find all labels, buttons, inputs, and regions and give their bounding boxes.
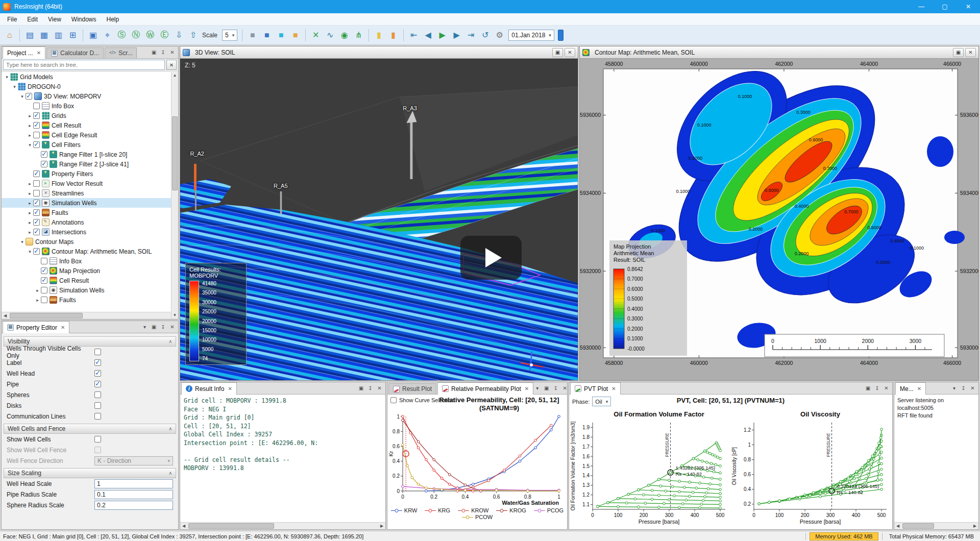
view-west-icon[interactable]: Ⓦ	[143, 28, 157, 42]
tree-checkbox[interactable]	[41, 258, 47, 264]
tree-item-info-box[interactable]: Info Box	[2, 101, 178, 111]
tree-item-faults[interactable]: ▸Faults	[2, 295, 178, 305]
snapshot-icon[interactable]: ▣	[86, 28, 100, 42]
menu-help[interactable]: Help	[102, 14, 125, 24]
float-icon[interactable]: ▣	[357, 384, 365, 392]
tree-item-intersections[interactable]: ▸Intersections	[2, 227, 178, 237]
expander-closed-icon[interactable]: ▸	[27, 181, 33, 186]
chevron-down-icon[interactable]: ▾	[141, 323, 149, 331]
close-icon[interactable]: ✕	[965, 48, 976, 57]
tree-item-cell-result[interactable]: Cell Result	[2, 276, 178, 285]
tree-horizontal-scrollbar[interactable]: ◀▶	[2, 312, 178, 319]
tree-checkbox[interactable]	[33, 200, 40, 206]
tree-item-flow-vector-result[interactable]: ▸Flow Vector Result	[2, 179, 178, 188]
contour-map-header[interactable]: Contour Map: Arithmetic Mean, SOIL ▣ ✕	[580, 46, 978, 59]
tree-item-annotations[interactable]: ▸Annotations	[2, 217, 178, 227]
zoom-all-icon[interactable]: ⌖	[101, 28, 114, 42]
checkbox-pipe[interactable]	[94, 381, 101, 387]
legend-orange-icon[interactable]: ▮	[386, 28, 400, 42]
tree-checkbox[interactable]	[26, 93, 32, 100]
expander-closed-icon[interactable]: ▸	[27, 220, 33, 225]
anim-play-icon[interactable]: ▶	[435, 28, 449, 42]
restore-icon[interactable]: ▣	[953, 48, 964, 57]
close-button[interactable]: ✕	[957, 0, 980, 13]
expander-closed-icon[interactable]: ▸	[27, 201, 33, 206]
menu-file[interactable]: File	[2, 14, 22, 24]
tree-checkbox[interactable]	[33, 209, 40, 216]
tree-checkbox[interactable]	[33, 229, 40, 235]
expander-closed-icon[interactable]: ▸	[34, 288, 41, 293]
tree-checkbox[interactable]	[41, 161, 47, 167]
expander-closed-icon[interactable]: ▸	[27, 133, 33, 138]
phase-combo[interactable]: Oil▾	[592, 397, 611, 406]
maximize-button[interactable]: ▢	[933, 0, 957, 13]
contour-map-content[interactable]: 4580004580004600004600004620004620004640…	[580, 59, 978, 380]
tree-item-info-box[interactable]: Info Box	[2, 256, 178, 266]
plot-main-window-icon[interactable]: ▤	[23, 28, 37, 42]
expander-closed-icon[interactable]: ▸	[34, 298, 41, 303]
tab-property-editor[interactable]: Property Editor✕	[3, 321, 69, 333]
expander-closed-icon[interactable]: ▸	[27, 191, 33, 196]
tree-item-grids[interactable]: ▸Grids	[2, 111, 178, 120]
expander-open-icon[interactable]: ▾	[11, 84, 18, 89]
minimize-button[interactable]: —	[910, 0, 933, 13]
tab-close-icon[interactable]: ✕	[611, 386, 616, 391]
cube-gray-icon[interactable]: ■	[246, 28, 259, 42]
anim-skip-end-icon[interactable]: ⇥	[464, 28, 478, 42]
sim-wells-icon[interactable]: ✕	[309, 28, 323, 42]
legend-item-krog[interactable]: KROG	[496, 507, 526, 513]
view3d-header[interactable]: 3D View: SOIL ▣ ✕	[180, 46, 578, 59]
expander-open-icon[interactable]: ▾	[27, 249, 33, 254]
anim-step-back-icon[interactable]: ◀	[421, 28, 435, 42]
legend-item-krow[interactable]: KROW	[458, 507, 488, 513]
section-well-cells-and-fence[interactable]: Well Cells and Fence∧	[4, 424, 176, 434]
close-icon[interactable]: ✕	[561, 384, 568, 392]
select-well-fence-direction[interactable]: K - Direction▾	[94, 456, 173, 465]
tree-checkbox[interactable]	[41, 151, 47, 158]
input-sphere-radius-scale[interactable]: 0.2	[94, 501, 173, 510]
tree-item-range-filter-2-j-slice-41[interactable]: Range Filter 2 [J-slice 41]	[2, 159, 178, 169]
close-icon[interactable]: ✕	[376, 384, 383, 392]
fishbones-icon[interactable]: ⋔	[352, 28, 365, 42]
cube-cyan-icon[interactable]: ■	[274, 28, 288, 42]
view-window-icon[interactable]: ▦	[37, 28, 51, 42]
tree-item-contour-map-arithmetic-mean-soil[interactable]: ▾Contour Map: Arithmetic Mean, SOIL	[2, 247, 178, 256]
float-icon[interactable]: ▣	[543, 384, 550, 392]
pin-icon[interactable]: ↧	[366, 384, 374, 392]
well-disks-icon[interactable]: ◉	[337, 28, 351, 42]
checkbox-wells-through-visible-cells-only[interactable]	[94, 349, 101, 355]
tree-item-streamlines[interactable]: ▸Streamlines	[2, 188, 178, 198]
cube-active-icon[interactable]: ■	[288, 28, 302, 42]
legend-item-krg[interactable]: KRG	[425, 507, 450, 513]
well-path-icon[interactable]: ∿	[323, 28, 337, 42]
checkbox-communication-lines[interactable]	[94, 413, 101, 420]
expander-open-icon[interactable]: ▾	[19, 239, 26, 244]
tree-checkbox[interactable]	[33, 112, 40, 119]
pin-icon[interactable]: ↧	[159, 48, 167, 56]
tree-item-range-filter-1-i-slice-20[interactable]: Range Filter 1 [I-slice 20]	[2, 150, 178, 159]
search-clear-button[interactable]: ✕	[166, 60, 177, 70]
pin-icon[interactable]: ↧	[873, 384, 881, 392]
expander-closed-icon[interactable]: ▸	[27, 113, 33, 118]
close-icon[interactable]: ✕	[565, 48, 575, 57]
checkbox-spheres[interactable]	[94, 391, 101, 398]
section-size-scaling[interactable]: Size Scaling∧	[4, 468, 176, 478]
tab-scripts[interactable]: Scr...	[105, 47, 137, 58]
expander-open-icon[interactable]: ▾	[27, 142, 33, 147]
tree-item-grid-models[interactable]: ▾Grid Models	[2, 72, 178, 82]
checkbox-label[interactable]	[94, 359, 101, 366]
open-project-icon[interactable]: ⌂	[3, 28, 16, 42]
float-icon[interactable]: ▣	[150, 323, 158, 331]
legend-item-krw[interactable]: KRW	[391, 507, 417, 513]
tree-checkbox[interactable]	[41, 297, 47, 303]
anim-skip-start-icon[interactable]: ⇤	[407, 28, 421, 42]
result-info-scrollbar[interactable]: ◀▶	[180, 522, 385, 529]
tree-item-3d-view-mobporv[interactable]: ▾3D View: MOBPORV	[2, 91, 178, 101]
tree-checkbox[interactable]	[41, 267, 47, 274]
tree-item-faults[interactable]: ▸Faults	[2, 208, 178, 217]
float-icon[interactable]: ▣	[864, 384, 872, 392]
tree-checkbox[interactable]	[33, 190, 40, 196]
tab-relperm-plot[interactable]: Relative Permeability Plot✕	[437, 382, 533, 395]
restore-icon[interactable]: ▣	[552, 48, 563, 57]
chevron-down-icon[interactable]: ▾	[533, 384, 541, 392]
